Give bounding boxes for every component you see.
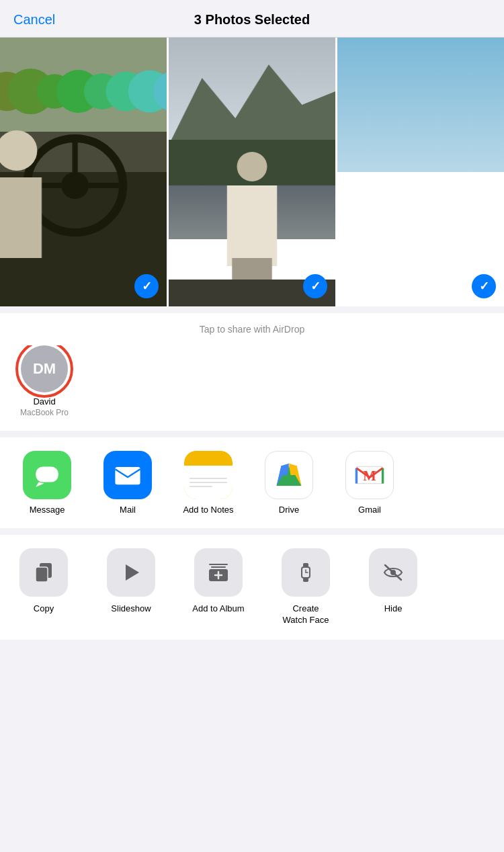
notes-icon <box>184 451 233 499</box>
share-app-drive-label: Drive <box>279 505 299 515</box>
share-app-mail[interactable]: Mail <box>87 451 168 515</box>
svg-rect-14 <box>303 563 308 567</box>
cancel-button[interactable]: Cancel <box>13 12 55 28</box>
svg-text:M: M <box>363 468 376 483</box>
contact-name: David <box>33 396 55 407</box>
airdrop-contacts: DM David MacBook Pro <box>13 345 491 417</box>
share-app-gmail[interactable]: M Gmail <box>329 451 410 515</box>
action-slideshow[interactable]: Slideshow <box>87 548 175 626</box>
photo-check-3 <box>472 274 496 298</box>
svg-rect-9 <box>211 566 226 568</box>
svg-rect-1 <box>115 467 140 484</box>
airdrop-label: Tap to share with AirDrop <box>13 324 491 335</box>
share-app-message[interactable]: Message <box>7 451 87 515</box>
action-add-album-label: Add to Album <box>192 603 244 615</box>
watch-face-icon <box>294 560 318 585</box>
header: Cancel 3 Photos Selected <box>0 0 504 38</box>
slideshow-icon <box>119 560 143 585</box>
action-add-album[interactable]: Add to Album <box>175 548 262 626</box>
action-copy-label: Copy <box>34 603 54 615</box>
svg-marker-7 <box>126 564 139 581</box>
gmail-icon: M <box>345 451 394 499</box>
photo-item-2[interactable] <box>169 38 335 306</box>
svg-rect-0 <box>36 466 58 482</box>
action-hide-label: Hide <box>384 603 403 615</box>
contact-device: MacBook Pro <box>20 408 69 417</box>
contact-avatar-wrapper: DM <box>21 345 68 392</box>
drive-icon <box>265 451 313 499</box>
photo-item-3[interactable] <box>337 38 504 306</box>
share-app-gmail-label: Gmail <box>358 505 381 515</box>
copy-icon-bg <box>19 548 68 597</box>
svg-rect-6 <box>36 567 48 582</box>
svg-line-20 <box>385 565 401 580</box>
photo-check-1 <box>134 274 159 298</box>
svg-rect-15 <box>303 578 308 582</box>
action-hide[interactable]: Hide <box>349 548 437 626</box>
slideshow-icon-bg <box>107 548 155 597</box>
airdrop-contact-david[interactable]: DM David MacBook Pro <box>20 345 69 417</box>
message-icon <box>23 451 71 499</box>
share-app-mail-label: Mail <box>120 505 136 515</box>
photos-grid <box>0 38 504 306</box>
share-app-notes-label: Add to Notes <box>183 505 233 515</box>
add-album-icon-bg <box>194 548 243 597</box>
photo-check-2 <box>303 274 327 298</box>
share-app-message-label: Message <box>30 505 65 515</box>
share-app-drive[interactable]: Drive <box>249 451 329 515</box>
photo-item-1[interactable] <box>0 38 167 306</box>
action-section: Copy Slideshow Add to Album <box>0 535 504 640</box>
action-slideshow-label: Slideshow <box>111 603 151 615</box>
page-title: 3 Photos Selected <box>194 12 310 28</box>
action-watch-face-label: Create Watch Face <box>283 603 329 626</box>
copy-icon <box>32 560 56 585</box>
hide-icon-bg <box>369 548 417 597</box>
hide-icon <box>381 560 405 585</box>
svg-rect-8 <box>209 564 228 565</box>
action-copy[interactable]: Copy <box>0 548 87 626</box>
share-apps-section: Message Mail Add to Notes <box>0 437 504 528</box>
share-app-notes[interactable]: Add to Notes <box>168 451 249 515</box>
action-watch-face[interactable]: Create Watch Face <box>262 548 349 626</box>
mail-icon <box>103 451 152 499</box>
contact-avatar: DM <box>21 345 68 392</box>
add-album-icon <box>206 560 230 585</box>
airdrop-section: Tap to share with AirDrop DM David MacBo… <box>0 313 504 431</box>
watch-face-icon-bg <box>282 548 330 597</box>
